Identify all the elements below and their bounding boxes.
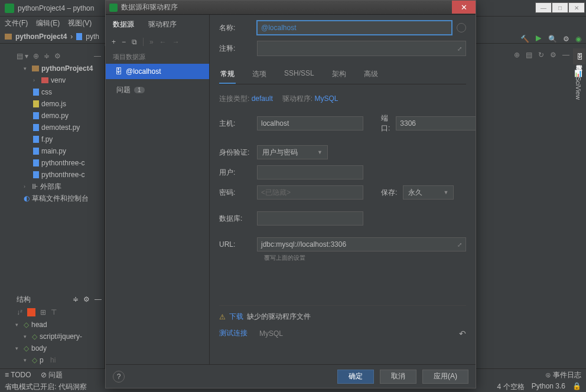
tree-file-demo-py[interactable]: demo.py (13, 110, 105, 122)
host-input[interactable] (257, 116, 363, 130)
spaces-indicator[interactable]: 4 个空格 (497, 382, 525, 392)
tree-external[interactable]: ›⊪外部库 (13, 181, 105, 192)
gear-icon[interactable]: ⚙ (550, 51, 556, 59)
js-icon (33, 100, 39, 107)
nav-fwd-icon[interactable]: → (172, 38, 180, 46)
structure-head[interactable]: ▾◇head (13, 319, 105, 331)
db-input[interactable] (257, 211, 363, 226)
html5-icon[interactable] (27, 308, 35, 316)
pass-label: 密码: (219, 188, 251, 198)
tab-schema[interactable]: 架构 (331, 66, 347, 84)
cancel-button[interactable]: 取消 (380, 370, 416, 384)
expand-icon[interactable]: ⤢ (457, 45, 462, 52)
tree-file-demotest[interactable]: demotest.py (13, 122, 105, 133)
run-icon[interactable]: ⯈ (535, 35, 542, 43)
structure-body[interactable]: ▾◇body (13, 342, 105, 354)
menu-view[interactable]: 视图(V) (68, 18, 92, 28)
minimize-button[interactable]: — (535, 2, 552, 13)
expand-icon[interactable]: ⤢ (457, 241, 462, 248)
tab-advanced[interactable]: 高级 (363, 66, 379, 84)
pin-icon[interactable]: ⊤ (51, 308, 57, 316)
issues-row[interactable]: 问题 1 (106, 79, 209, 101)
tree-file-f[interactable]: f.py (13, 133, 105, 145)
toggle-icon[interactable]: ⊞ (40, 308, 46, 316)
search-icon[interactable]: 🔍 (548, 35, 557, 43)
structure-script[interactable]: ▾◇script#jquery- (13, 331, 105, 342)
window-title: pythonProject4 – python (18, 4, 94, 12)
tree-file-pt1[interactable]: pythonthree-c (13, 157, 105, 169)
tab-general[interactable]: 常规 (219, 66, 236, 84)
apply-button[interactable]: 应用(A) (422, 370, 468, 384)
add-icon[interactable]: + (112, 38, 116, 46)
hammer-icon[interactable]: 🔨 (520, 35, 529, 43)
gear-icon[interactable]: ⚙ (83, 295, 90, 303)
maximize-button[interactable]: □ (552, 2, 568, 13)
expand-icon[interactable]: ≑ (73, 295, 79, 303)
hide-icon[interactable]: — (94, 52, 101, 60)
driver-link[interactable]: MySQL (314, 94, 338, 103)
database-tab[interactable]: 🗄数据库 (573, 48, 585, 64)
power-mode-text: 省电模式已开启: 代码洞察 (5, 382, 87, 392)
name-input[interactable] (257, 21, 452, 35)
tree-venv[interactable]: ›venv (13, 74, 105, 86)
gear-icon[interactable]: ⚙ (563, 35, 569, 43)
database-icon: 🗄 (115, 67, 122, 76)
color-picker-icon[interactable] (457, 23, 466, 32)
breadcrumb-root[interactable]: pythonProject4 (15, 32, 67, 41)
nav-back-icon[interactable]: ← (159, 38, 167, 46)
copy-icon[interactable]: ⧉ (132, 38, 137, 46)
ok-button[interactable]: 确定 (337, 370, 374, 384)
url-input[interactable]: jdbc:mysql://localhost:3306⤢ (257, 237, 466, 251)
user-input[interactable] (257, 165, 363, 179)
eventlog-button[interactable]: ⊙ 事件日志 (545, 370, 581, 380)
filter-icon[interactable]: ▤ (526, 51, 532, 59)
close-button[interactable]: ✕ (452, 1, 476, 14)
target-icon[interactable]: ⊕ (33, 52, 39, 60)
auth-select[interactable]: 用户与密码▼ (257, 145, 328, 159)
save-select[interactable]: 永久▼ (403, 185, 454, 200)
port-input[interactable] (396, 116, 476, 130)
todo-button[interactable]: ≡ TODO (5, 371, 31, 379)
more-icon[interactable]: » (149, 38, 154, 46)
tree-file-css[interactable]: css (13, 86, 105, 98)
desc-input[interactable]: ⤢ (257, 41, 466, 56)
tree-file-pt2[interactable]: pythonthree-c (13, 169, 105, 181)
tab-datasources[interactable]: 数据源 (113, 19, 134, 30)
hide-icon[interactable]: — (562, 51, 569, 59)
datasource-item[interactable]: 🗄 @localhost (106, 64, 209, 79)
mysql-label: MySQL (259, 329, 283, 338)
issues-button[interactable]: ⊘ 问题 (41, 370, 63, 380)
collapse-icon[interactable]: ≑ (44, 52, 50, 60)
download-link[interactable]: 下载 (229, 312, 243, 322)
tree-scratch[interactable]: ◐草稿文件和控制台 (13, 192, 105, 204)
project-dropdown-icon[interactable]: ▤ ▾ (17, 52, 28, 60)
tree-project-root[interactable]: ▾pythonProject4 (13, 63, 105, 74)
tree-file-demo-js[interactable]: demo.js (13, 98, 105, 110)
python-version[interactable]: Python 3.6 (532, 382, 565, 392)
tab-options[interactable]: 选项 (251, 66, 268, 84)
python-icon (33, 112, 39, 119)
structure-p[interactable]: ▾◇p hi (13, 354, 105, 366)
close-button[interactable]: ✕ (568, 2, 585, 13)
tab-drivers[interactable]: 驱动程序 (148, 19, 177, 30)
conn-type-link[interactable]: default (252, 94, 273, 103)
remove-icon[interactable]: − (122, 38, 126, 46)
sort-icon[interactable]: ↓ᶻ (17, 308, 22, 316)
db-add-icon[interactable]: ⊕ (514, 51, 520, 59)
menu-edit[interactable]: 编辑(E) (36, 18, 60, 28)
breadcrumb-file[interactable]: pyth (86, 32, 99, 41)
undo-icon[interactable]: ↶ (459, 329, 466, 338)
refresh-icon[interactable]: ↻ (538, 51, 544, 59)
play-color-icon[interactable]: ◉ (575, 35, 581, 43)
lock-icon[interactable]: 🔒 (572, 382, 581, 392)
menu-file[interactable]: 文件(F) (5, 18, 28, 28)
hide-icon[interactable]: — (95, 295, 102, 303)
pass-input[interactable]: <已隐藏> (257, 185, 363, 200)
help-button[interactable]: ? (113, 371, 125, 383)
tab-ssh[interactable]: SSH/SSL (283, 66, 315, 84)
gear-icon[interactable]: ⚙ (54, 52, 61, 60)
test-connection-link[interactable]: 测试连接 (219, 328, 248, 338)
library-icon: ⊪ (32, 182, 38, 191)
sciview-tab[interactable]: 📊SciView (573, 64, 584, 104)
tree-file-main[interactable]: main.py (13, 145, 105, 157)
